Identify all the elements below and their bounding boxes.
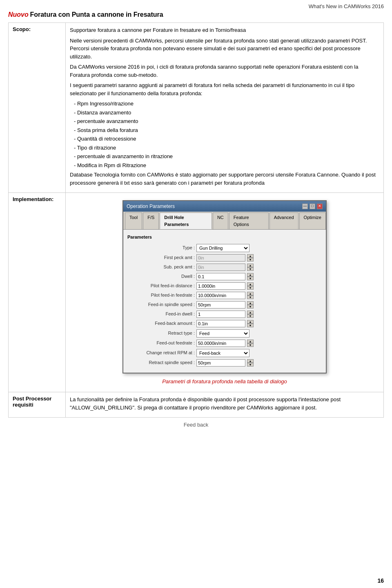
param-row-feedout-rate: Feed-out feedrate : ▲ ▼: [127, 340, 322, 347]
param-label-feedout-rate: Feed-out feedrate :: [127, 340, 195, 347]
param-label-sub-peck: Sub. peck amt :: [127, 264, 195, 271]
scopo-list: Rpm Ingresso/ritrazione Distanza avanzam…: [74, 100, 379, 169]
dialog-title: Operation Parameters: [127, 203, 175, 210]
spin-down-feedback-amount[interactable]: ▼: [247, 324, 254, 327]
spin-up-dwell[interactable]: ▲: [247, 273, 254, 277]
param-label-pilot-feedin-dist: Pilot feed-in distance :: [127, 282, 195, 289]
close-button[interactable]: ✕: [317, 203, 323, 209]
param-input-feedback-amount[interactable]: [196, 320, 245, 327]
spin-btns-first-peck: ▲ ▼: [247, 254, 254, 262]
spin-up-feedback-amount[interactable]: ▲: [247, 320, 254, 324]
scopo-footer: Database Tecnologia fornito con CAMWorks…: [70, 171, 379, 187]
spin-up-first-peck[interactable]: ▲: [247, 254, 254, 258]
spin-btns-feedback-amount: ▲ ▼: [247, 320, 254, 327]
dialog-container: Operation Parameters — □ ✕ Tool F/S Dril…: [70, 200, 379, 373]
spin-up-pilot-feedin-rate[interactable]: ▲: [247, 292, 254, 295]
dialog-titlebar: Operation Parameters — □ ✕: [123, 201, 326, 212]
scopo-content: Supportare foratura a cannone per Foratu…: [66, 23, 384, 193]
dialog-tabs: Tool F/S Drill Hole Parameters NC Featur…: [123, 212, 326, 230]
param-label-retract-spindle: Retract spindle speed :: [127, 359, 195, 366]
param-row-feedin-spindle: Feed-in spindle speed : ▲ ▼: [127, 301, 322, 309]
post-processor-text: La funzionalità per definire la Foratura…: [70, 396, 379, 411]
scopo-p4: I seguenti parametri saranno aggiunti ai…: [70, 81, 379, 97]
param-label-pilot-feedin-rate: Pilot feed-in feedrate :: [127, 292, 195, 299]
spin-btns-feedin-dwell: ▲ ▼: [247, 311, 254, 318]
list-item: percentuale avanzamento: [74, 117, 379, 125]
dialog-window: Operation Parameters — □ ✕ Tool F/S Dril…: [122, 200, 327, 373]
spin-btns-sub-peck: ▲ ▼: [247, 264, 254, 271]
list-item: Tipo di ritrazione: [74, 144, 379, 152]
dialog-titlebar-buttons: — □ ✕: [302, 203, 323, 209]
post-processor-row: Post Processorrequisiti La funzionalità …: [9, 392, 384, 418]
param-input-first-peck[interactable]: [196, 254, 245, 262]
spin-btns-retract-spindle: ▲ ▼: [247, 359, 254, 367]
tab-nc[interactable]: NC: [213, 212, 228, 229]
param-row-sub-peck: Sub. peck amt : ▲ ▼: [127, 264, 322, 271]
spin-down-feedin-dwell[interactable]: ▼: [247, 314, 254, 318]
spin-up-feedout-rate[interactable]: ▲: [247, 340, 254, 343]
param-select-change-retract-rpm[interactable]: Feed-back: [196, 349, 249, 357]
param-select-retract-type[interactable]: Feed: [196, 329, 249, 338]
scopo-p2: Nelle versioni precedenti di CAMWorks, p…: [70, 37, 379, 61]
spin-up-feedin-spindle[interactable]: ▲: [247, 301, 254, 305]
param-label-feedback-amount: Feed-back amount :: [127, 320, 195, 327]
spin-down-first-peck[interactable]: ▼: [247, 258, 254, 262]
tab-tool[interactable]: Tool: [125, 212, 142, 229]
page-number: 16: [377, 577, 384, 584]
param-label-first-peck: First peck amt :: [127, 254, 195, 261]
spin-down-feedout-rate[interactable]: ▼: [247, 343, 254, 347]
param-input-feedin-dwell[interactable]: [196, 311, 245, 318]
main-content: Nuovo Foratura con Punta a cannone in Fr…: [0, 11, 392, 436]
param-row-retract-spindle: Retract spindle speed : ▲ ▼: [127, 359, 322, 367]
spin-up-pilot-feedin-dist[interactable]: ▲: [247, 282, 254, 286]
spin-up-sub-peck[interactable]: ▲: [247, 264, 254, 267]
param-row-feedback-amount: Feed-back amount : ▲ ▼: [127, 320, 322, 327]
list-item: Distanza avanzamento: [74, 109, 379, 117]
tab-drill-hole-parameters[interactable]: Drill Hole Parameters: [160, 212, 212, 229]
implementation-label: Implementation:: [9, 193, 66, 392]
param-label-change-retract-rpm: Change retract RPM at :: [127, 349, 195, 356]
param-input-sub-peck[interactable]: [196, 264, 245, 271]
spin-up-feedin-dwell[interactable]: ▲: [247, 311, 254, 314]
post-processor-label: Post Processorrequisiti: [9, 392, 66, 418]
spin-down-pilot-feedin-rate[interactable]: ▼: [247, 295, 254, 299]
page-header: What's New in CAMWorks 2016: [0, 0, 392, 11]
implementation-row: Implementation: Operation Parameters — □…: [9, 193, 384, 392]
param-label-type: Type :: [127, 244, 195, 251]
scopo-row: Scopo: Supportare foratura a cannone per…: [9, 23, 384, 193]
param-row-type: Type : Gun Drilling: [127, 244, 322, 252]
spin-down-sub-peck[interactable]: ▼: [247, 267, 254, 271]
param-input-feedin-spindle[interactable]: [196, 301, 245, 309]
dialog-body: Parameters Type : Gun Drilling First pe: [123, 230, 326, 373]
spin-down-feedin-spindle[interactable]: ▼: [247, 305, 254, 309]
restore-button[interactable]: □: [310, 203, 315, 209]
implementation-content: Operation Parameters — □ ✕ Tool F/S Dril…: [66, 193, 384, 392]
tab-fs[interactable]: F/S: [143, 212, 159, 229]
spin-btns-feedout-rate: ▲ ▼: [247, 340, 254, 347]
spin-up-retract-spindle[interactable]: ▲: [247, 359, 254, 363]
param-input-feedout-rate[interactable]: [196, 340, 245, 347]
spin-btns-pilot-feedin-rate: ▲ ▼: [247, 292, 254, 299]
spin-btns-pilot-feedin-dist: ▲ ▼: [247, 282, 254, 290]
spin-down-retract-spindle[interactable]: ▼: [247, 363, 254, 367]
spin-down-dwell[interactable]: ▼: [247, 277, 254, 280]
tab-optimize[interactable]: Optimize: [299, 212, 326, 229]
tab-advanced[interactable]: Advanced: [270, 212, 298, 229]
param-row-pilot-feedin-rate: Pilot feed-in feedrate : ▲ ▼: [127, 292, 322, 299]
param-input-pilot-feedin-dist[interactable]: [196, 282, 245, 290]
list-item: percentuale di avanzamento in ritrazione: [74, 152, 379, 161]
param-input-retract-spindle[interactable]: [196, 359, 245, 367]
list-item: Sosta prima della foratura: [74, 126, 379, 134]
scopo-label: Scopo:: [9, 23, 66, 193]
param-input-dwell[interactable]: [196, 273, 245, 280]
tab-feature-options[interactable]: Feature Options: [229, 212, 269, 229]
spin-down-pilot-feedin-dist[interactable]: ▼: [247, 286, 254, 290]
param-input-pilot-feedin-rate[interactable]: [196, 292, 245, 299]
content-table: Scopo: Supportare foratura a cannone per…: [8, 22, 384, 418]
minimize-button[interactable]: —: [302, 203, 308, 209]
param-row-first-peck: First peck amt : ▲ ▼: [127, 254, 322, 262]
param-select-type[interactable]: Gun Drilling: [196, 244, 249, 252]
title-section: Nuovo Foratura con Punta a cannone in Fr…: [8, 11, 384, 18]
feedback-text: Feed back: [8, 422, 384, 428]
header-title: What's New in CAMWorks 2016: [309, 3, 384, 9]
